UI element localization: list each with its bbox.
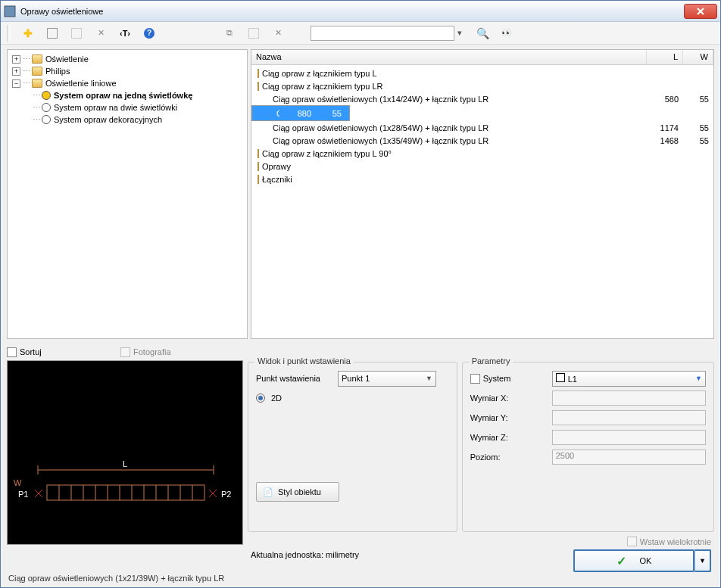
folder-icon	[258, 69, 259, 78]
row-l: 1468	[647, 136, 683, 145]
search-input[interactable]	[311, 26, 454, 41]
list-row[interactable]: Oprawy	[251, 160, 713, 173]
tree-node-liniowe[interactable]: −⋯Oświetlenie liniowe	[9, 77, 245, 89]
grid-icon	[248, 28, 259, 39]
find-next-button[interactable]: 👀	[500, 26, 513, 40]
tree-node-oswietlenie[interactable]: +⋯Oświetlenie	[9, 53, 245, 65]
list-row[interactable]: Ciąg opraw oświetleniowych (1x14/24W) + …	[251, 92, 713, 105]
chevron-down-icon: ▼	[426, 375, 432, 382]
toolbar-btn-8[interactable]	[247, 26, 261, 40]
toolbar-btn-3[interactable]	[70, 26, 83, 40]
copy-button[interactable]: ⧉	[223, 26, 236, 40]
row-name: Łączniki	[262, 175, 292, 184]
list-row[interactable]: Ciąg opraw z łącznikiem typu L	[251, 67, 713, 79]
delete-icon: ✕	[275, 28, 282, 38]
row-name: Ciąg opraw oświetleniowych (1x35/49W) + …	[273, 136, 488, 145]
checkbox-icon	[470, 374, 480, 384]
list-row[interactable]: Ciąg opraw oświetleniowych (1x35/49W) + …	[251, 134, 713, 147]
row-name: Ciąg opraw oświetleniowych (1x14/24W) + …	[273, 95, 488, 104]
fotografia-label: Fotografia	[133, 347, 171, 356]
row-w: 55	[683, 123, 713, 132]
checkbox-icon	[120, 347, 130, 357]
wymiar-z-label: Wymiar Z:	[470, 433, 546, 442]
system-select[interactable]: L1▼	[552, 371, 706, 387]
poziom-input: 2500	[552, 450, 706, 465]
collapse-icon[interactable]: −	[12, 79, 20, 88]
svg-text:W: W	[14, 478, 22, 487]
list-row[interactable]: Łączniki	[251, 173, 713, 185]
punkt-select[interactable]: Punkt 1▼	[338, 371, 436, 387]
styl-obiektu-button[interactable]: 📄 Styl obiektu	[256, 482, 339, 502]
preview-2d: P1 P2 L W	[7, 360, 243, 545]
styl-label: Styl obiektu	[278, 487, 321, 496]
sortuj-checkbox[interactable]: Sortuj	[7, 347, 120, 357]
help-icon: ?	[144, 28, 154, 39]
row-w: 55	[316, 109, 346, 118]
tree-node-dwie[interactable]: ⋯System opraw na dwie świetlówki	[9, 101, 245, 114]
tree-label: System opraw na jedną świetlówkę	[54, 91, 192, 100]
row-l: 880	[279, 109, 316, 118]
delete-button[interactable]: ✕	[271, 26, 285, 40]
help-button[interactable]: ?	[142, 26, 156, 40]
wstaw-checkbox[interactable]: Wstaw wielokrotnie	[627, 537, 711, 546]
svg-text:P1: P1	[18, 490, 28, 499]
list-row[interactable]: Ciąg opraw oświetleniowych (1x21/39W) + …	[251, 105, 350, 121]
radio-2d[interactable]	[256, 394, 265, 403]
row-name: Oprawy	[262, 162, 291, 171]
params-group: Parametry System L1▼ Wymiar X: Wymiar Y:…	[462, 362, 714, 532]
col-l[interactable]: L	[647, 50, 683, 64]
checkbox-icon	[7, 347, 17, 357]
folder-icon	[258, 162, 259, 171]
ok-dropdown[interactable]: ▼	[694, 549, 711, 572]
close-icon	[697, 8, 704, 15]
wrench-icon: ✕	[98, 28, 105, 38]
search-button[interactable]: 🔍	[476, 26, 489, 40]
toolbar: ✚ ✕ ‹T› ? ⧉ ✕ ▾ 🔍 👀	[1, 22, 720, 45]
system-value: L1	[556, 373, 577, 384]
row-l: 1174	[647, 123, 683, 132]
row-w: 55	[683, 95, 713, 104]
list-row[interactable]: Ciąg opraw z łącznikiem typu LR	[251, 79, 713, 92]
tree-label: System opraw dekoracyjnych	[54, 115, 162, 124]
col-w[interactable]: W	[683, 50, 713, 64]
checkbox-icon	[627, 537, 637, 546]
category-tree[interactable]: +⋯Oświetlenie +⋯Philips −⋯Oświetlenie li…	[7, 49, 248, 339]
row-name: Ciąg opraw z łącznikiem typu LR	[262, 82, 383, 91]
svg-text:L: L	[123, 459, 127, 468]
copy-icon: ⧉	[226, 28, 233, 38]
wstaw-label: Wstaw wielokrotnie	[640, 537, 711, 546]
radio-dot-icon	[258, 396, 263, 400]
style-icon: 📄	[263, 487, 273, 497]
chevron-down-icon: ▼	[695, 375, 702, 382]
properties-button[interactable]	[45, 26, 59, 40]
list-row[interactable]: Ciąg opraw oświetleniowych (1x28/54W) + …	[251, 121, 713, 134]
search-dropdown[interactable]: ▾	[454, 28, 465, 38]
tree-node-dekor[interactable]: ⋯System opraw dekoracyjnych	[9, 114, 245, 126]
row-name: Ciąg opraw z łącznikiem typu L	[262, 69, 377, 78]
list-icon	[71, 28, 82, 39]
system-checkbox[interactable]: System	[470, 374, 546, 384]
text-icon: ‹T›	[120, 29, 130, 38]
tools-button[interactable]: ✕	[94, 26, 108, 40]
expand-icon[interactable]: +	[12, 55, 20, 64]
folder-icon	[258, 82, 259, 91]
folder-icon	[32, 67, 42, 76]
tree-label: Oświetlenie	[45, 54, 89, 64]
add-button[interactable]: ✚	[21, 26, 35, 40]
row-name: Ciąg opraw z łącznikiem typu L 90°	[262, 149, 392, 158]
expand-icon[interactable]: +	[12, 67, 20, 76]
tree-node-philips[interactable]: +⋯Philips	[9, 65, 245, 77]
svg-rect-4	[47, 485, 204, 500]
text-button[interactable]: ‹T›	[118, 26, 132, 40]
radio-2d-label: 2D	[271, 394, 282, 403]
col-name[interactable]: Nazwa	[251, 50, 647, 64]
list-row[interactable]: Ciąg opraw z łącznikiem typu L 90°	[251, 147, 713, 160]
tree-node-jedna[interactable]: ⋯System opraw na jedną świetlówkę	[9, 89, 245, 101]
magnifier-icon: 🔍	[476, 27, 489, 39]
ok-button[interactable]: ✓OK	[573, 549, 694, 572]
bulb-icon	[42, 103, 51, 112]
close-button[interactable]	[684, 4, 717, 19]
fotografia-checkbox[interactable]: Fotografia	[120, 347, 171, 357]
binoculars-icon: 👀	[501, 28, 512, 38]
list-body[interactable]: Ciąg opraw z łącznikiem typu LCiąg opraw…	[251, 65, 713, 338]
